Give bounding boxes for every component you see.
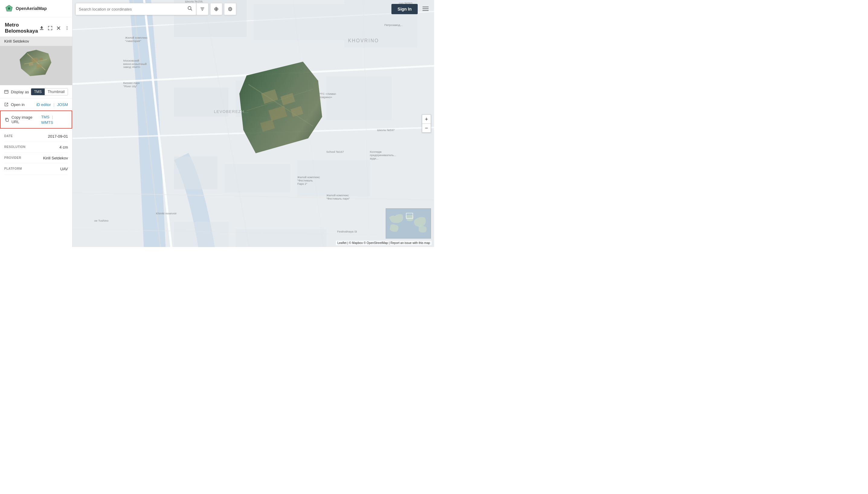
copy-label: Copy image URL — [5, 115, 41, 124]
svg-text:Школа №158,: Школа №158, — [185, 0, 203, 3]
aerial-thumbnail — [15, 48, 57, 84]
copy-icon — [5, 117, 9, 122]
id-editor-link[interactable]: iD editor — [36, 102, 51, 107]
svg-text:завод «КиН»: завод «КиН» — [123, 65, 140, 69]
thumbnail-area — [0, 46, 72, 85]
svg-text:Школа №597: Школа №597 — [377, 128, 395, 132]
open-in-label: Open in — [4, 102, 25, 107]
external-link-icon — [4, 102, 8, 107]
auth-area: Sign In — [392, 4, 431, 14]
map-background: KHOVRINO LEVOBEREZH... Школа №158, дошко… — [73, 0, 434, 247]
svg-text:oe Tushino: oe Tushino — [94, 219, 109, 222]
zoom-controls: + − — [422, 114, 431, 133]
svg-rect-21 — [6, 119, 8, 121]
tms-copy-link[interactable]: TMS — [41, 115, 49, 119]
sidebar: OpenAerialMap Metro Belomoskaya — [0, 0, 73, 247]
display-icon — [4, 90, 8, 94]
close-button[interactable] — [55, 25, 62, 31]
svg-rect-16 — [4, 90, 8, 93]
wmts-copy-link[interactable]: WMTS — [41, 120, 53, 125]
mini-map — [386, 208, 431, 239]
open-in-row: Open in iD editor | JOSM — [0, 99, 72, 111]
more-icon — [65, 26, 69, 30]
svg-point-81 — [188, 7, 191, 10]
svg-text:"Акватория": "Акватория" — [125, 39, 141, 42]
sign-in-button[interactable]: Sign In — [392, 4, 418, 14]
svg-point-8 — [67, 29, 67, 30]
mini-map-svg — [386, 209, 431, 238]
svg-point-7 — [67, 28, 67, 28]
svg-text:Бизнес-парк: Бизнес-парк — [123, 81, 140, 84]
date-meta: DATE 2017-09-01 — [4, 131, 68, 142]
search-button[interactable] — [187, 5, 193, 13]
oam-logo-icon — [5, 4, 13, 13]
svg-text:Колледж: Колледж — [370, 150, 382, 153]
location-button[interactable] — [210, 3, 222, 15]
svg-line-20 — [6, 103, 8, 105]
location-icon — [214, 7, 219, 12]
copy-links: TMS | WMTS — [41, 114, 67, 125]
svg-text:Ховрино»: Ховрино» — [319, 95, 332, 99]
svg-text:Festivalnaya St: Festivalnaya St — [337, 230, 357, 233]
svg-text:Жилой комплекс: Жилой комплекс — [125, 36, 148, 39]
thumbnail-toggle[interactable]: Thumbnail — [45, 89, 68, 95]
svg-rect-40 — [225, 164, 290, 193]
svg-point-87 — [215, 8, 217, 10]
svg-rect-3 — [40, 29, 43, 30]
svg-text:ауди...: ауди... — [370, 157, 378, 160]
svg-text:РТС «Химки-: РТС «Химки- — [319, 92, 337, 95]
svg-text:Жилой комплекс: Жилой комплекс — [297, 175, 320, 179]
svg-line-82 — [191, 10, 192, 11]
svg-rect-38 — [326, 77, 392, 120]
hamburger-icon — [422, 6, 429, 11]
svg-marker-9 — [20, 50, 51, 76]
provider-meta: PROVIDER Kirill Setdekov — [4, 153, 68, 164]
filter-button[interactable] — [196, 3, 208, 15]
svg-text:"Фестиваль: "Фестиваль — [297, 179, 313, 182]
svg-text:LEVOBEREZH...: LEVOBEREZH... — [214, 109, 249, 114]
fullscreen-button[interactable] — [46, 25, 54, 31]
display-as-label: Display as — [4, 90, 29, 94]
download-icon — [40, 26, 44, 30]
svg-rect-39 — [174, 156, 218, 189]
hamburger-button[interactable] — [420, 4, 431, 14]
svg-text:School №167: School №167 — [326, 150, 344, 153]
resolution-meta: RESOLUTION 4 cm — [4, 142, 68, 153]
svg-text:Петрозавод...: Петрозавод... — [384, 23, 402, 26]
more-options-button[interactable] — [63, 25, 71, 31]
josm-link[interactable]: JOSM — [57, 102, 68, 107]
app-name: OpenAerialMap — [16, 6, 47, 11]
platform-meta: PLATFORM UAV — [4, 164, 68, 174]
tms-toggle[interactable]: TMS — [31, 89, 45, 95]
svg-point-2 — [8, 7, 10, 10]
layers-icon — [228, 7, 232, 12]
map-attribution: Leaflet | © Mapbox © OpenStreetMap | Rep… — [336, 241, 432, 245]
svg-text:KHOVRINO: KHOVRINO — [348, 38, 379, 43]
open-in-links: iD editor | JOSM — [36, 102, 68, 107]
svg-rect-42 — [174, 222, 228, 247]
svg-text:Жилой комплекс: Жилой комплекс — [326, 193, 349, 197]
layers-button[interactable] — [224, 3, 236, 15]
search-icon — [188, 6, 192, 11]
zoom-out-button[interactable]: − — [422, 124, 431, 133]
zoom-in-button[interactable]: + — [422, 114, 431, 124]
author-name: Kirill Setdekov — [4, 39, 29, 43]
display-as-row: Display as TMS Thumbnail — [0, 85, 72, 99]
title-actions — [38, 25, 71, 31]
svg-text:Khimki reservoir: Khimki reservoir — [156, 212, 177, 215]
metadata-section: DATE 2017-09-01 RESOLUTION 4 cm PROVIDER… — [0, 129, 72, 177]
copy-image-url-row: Copy image URL TMS | WMTS — [0, 111, 72, 129]
svg-point-6 — [67, 26, 67, 27]
svg-text:Парк 2": Парк 2" — [297, 182, 307, 185]
author-row: Kirill Setdekov — [0, 37, 72, 46]
sidebar-title-row: Metro Belomoskaya — [0, 17, 72, 37]
search-input[interactable] — [79, 7, 187, 12]
map-area[interactable]: KHOVRINO LEVOBEREZH... Школа №158, дошко… — [73, 0, 434, 247]
search-bar — [76, 3, 196, 15]
map-svg-layer: KHOVRINO LEVOBEREZH... Школа №158, дошко… — [73, 0, 434, 247]
download-button[interactable] — [38, 25, 45, 31]
svg-text:"Фестиваль парк": "Фестиваль парк" — [326, 197, 350, 200]
filter-icon — [200, 7, 205, 12]
close-icon — [56, 26, 61, 30]
display-toggle-group: TMS Thumbnail — [31, 88, 68, 95]
